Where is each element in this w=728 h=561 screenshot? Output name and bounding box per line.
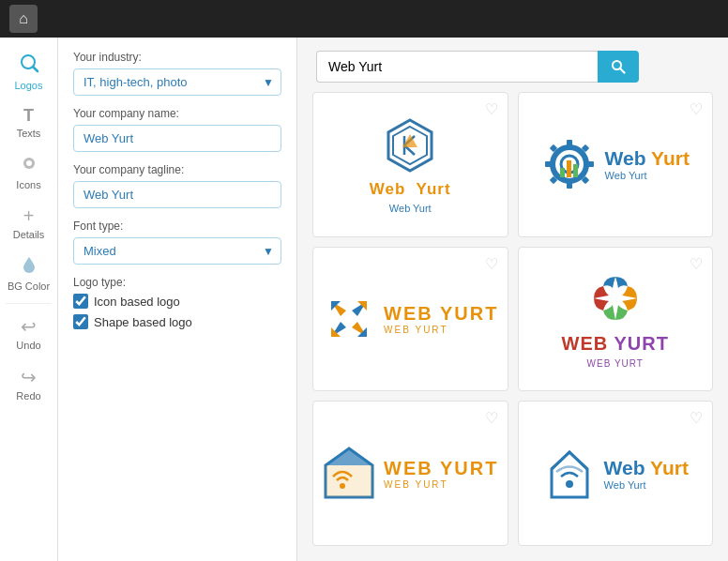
font-dropdown-wrap: Mixed Serif Sans-serif Script ▼ <box>73 237 281 265</box>
svg-rect-34 <box>326 465 372 497</box>
logo-3-text: WEB YURT WEB YURT <box>384 303 498 335</box>
logo-5-sub: WEB YURT <box>384 479 498 490</box>
industry-select[interactable]: IT, high-tech, photo Food & Drink Fashio… <box>73 68 281 96</box>
texts-label: Texts <box>17 128 41 139</box>
svg-rect-14 <box>567 140 572 146</box>
industry-label: Your industry: <box>73 51 281 64</box>
details-label: Details <box>13 229 45 240</box>
logo-4-icon <box>586 269 645 327</box>
logo-3-icon <box>322 292 376 346</box>
left-nav: Logos T Texts Icons + Details <box>0 38 58 561</box>
favorite-icon-4[interactable]: ♡ <box>690 255 703 273</box>
search-icon <box>611 59 626 74</box>
bgcolor-icon <box>20 255 38 279</box>
logo-5-text: WEB YURT WEB YURT <box>384 458 498 490</box>
company-name-field: Your company name: <box>73 107 281 152</box>
search-bar <box>297 38 728 92</box>
svg-line-1 <box>33 67 38 71</box>
logos-label: Logos <box>15 80 43 91</box>
svg-rect-23 <box>567 160 571 177</box>
nav-divider <box>6 303 52 304</box>
industry-field: Your industry: IT, high-tech, photo Food… <box>73 51 281 96</box>
icons-label: Icons <box>16 179 40 190</box>
nav-item-texts[interactable]: T Texts <box>0 99 57 146</box>
logos-icon <box>19 53 39 78</box>
logo-6-text: Web Yurt Web Yurt <box>604 457 689 491</box>
shape-based-label[interactable]: Shape based logo <box>94 315 192 329</box>
logo-2-content: Web Yurt Web Yurt <box>541 136 690 192</box>
logo-1-content: Web Yurt Web Yurt <box>370 115 451 214</box>
logo-3-main: WEB YURT <box>384 303 498 325</box>
sidebar-panel: Your industry: IT, high-tech, photo Food… <box>58 38 297 561</box>
svg-marker-35 <box>326 448 372 465</box>
favorite-icon-3[interactable]: ♡ <box>485 255 498 273</box>
logo-3-content: WEB YURT WEB YURT <box>322 292 498 346</box>
svg-line-5 <box>620 68 625 73</box>
undo-label: Undo <box>16 340 40 351</box>
icon-based-row: Icon based logo <box>73 294 281 309</box>
tagline-input[interactable] <box>73 181 281 208</box>
nav-item-details[interactable]: + Details <box>0 198 57 248</box>
home-button[interactable]: ⌂ <box>9 5 38 33</box>
logo-3-wrap: WEB YURT WEB YURT <box>322 292 498 346</box>
main-layout: Logos T Texts Icons + Details <box>0 38 728 561</box>
font-label: Font type: <box>73 220 281 233</box>
shape-based-row: Shape based logo <box>73 314 281 329</box>
home-icon: ⌂ <box>19 10 28 27</box>
logo-5-main: WEB YURT <box>384 458 498 479</box>
logo-card-3[interactable]: ♡ <box>312 247 508 392</box>
icon-based-label[interactable]: Icon based logo <box>94 295 180 309</box>
nav-item-bgcolor[interactable]: BG Color <box>0 248 57 299</box>
logo-4-sub: WEB YURT <box>587 358 644 369</box>
logo-6-sub: Web Yurt <box>604 479 689 491</box>
bgcolor-label: BG Color <box>8 280 50 292</box>
font-select[interactable]: Mixed Serif Sans-serif Script <box>73 237 281 265</box>
logo-card-5[interactable]: ♡ <box>312 401 508 546</box>
logo-3-sub: WEB YURT <box>384 325 498 335</box>
nav-item-icons[interactable]: Icons <box>0 146 57 198</box>
logo-6-main: Web Yurt <box>604 457 689 479</box>
logo-card-4[interactable]: ♡ <box>518 247 714 392</box>
logo-type-label: Logo type: <box>73 276 281 289</box>
search-button[interactable] <box>598 51 639 83</box>
search-input[interactable] <box>316 51 598 83</box>
favorite-icon-1[interactable]: ♡ <box>485 100 498 118</box>
redo-icon: ↪ <box>21 366 37 388</box>
logo-card-1[interactable]: ♡ Web Yurt Web Yurt <box>312 92 508 237</box>
logo-5-icon <box>322 445 376 503</box>
favorite-icon-2[interactable]: ♡ <box>690 100 703 118</box>
svg-point-37 <box>566 480 573 488</box>
details-icon: + <box>23 205 35 227</box>
logo-5-wrap: WEB YURT WEB YURT <box>322 445 498 503</box>
icons-icon <box>20 154 38 177</box>
tagline-label: Your company tagline: <box>73 163 281 176</box>
logo-6-content: Web Yurt Web Yurt <box>542 445 689 503</box>
company-name-input[interactable] <box>73 125 281 152</box>
tagline-field: Your company tagline: <box>73 163 281 208</box>
shape-based-checkbox[interactable] <box>73 314 88 329</box>
logo-6-wrap: Web Yurt Web Yurt <box>542 445 689 503</box>
nav-item-undo[interactable]: ↩ Undo <box>0 308 57 358</box>
svg-rect-15 <box>567 182 572 189</box>
logo-card-6[interactable]: ♡ Web <box>518 401 714 546</box>
company-name-label: Your company name: <box>73 107 281 120</box>
nav-item-logos[interactable]: Logos <box>0 45 57 99</box>
logo-card-2[interactable]: ♡ <box>518 92 714 237</box>
logo-4-main: WEB YURT <box>562 333 669 355</box>
redo-label: Redo <box>16 390 40 402</box>
logo-2-text: Web Yurt Web Yurt <box>605 147 690 181</box>
nav-item-redo[interactable]: ↪ Redo <box>0 358 57 409</box>
content-area: ♡ Web Yurt Web Yurt <box>297 38 728 561</box>
svg-rect-17 <box>587 161 594 167</box>
favorite-icon-5[interactable]: ♡ <box>485 409 498 427</box>
favorite-icon-6[interactable]: ♡ <box>690 409 703 427</box>
logo-1-main-text: Web Yurt <box>370 180 451 199</box>
svg-rect-16 <box>545 161 552 167</box>
font-field: Font type: Mixed Serif Sans-serif Script… <box>73 220 281 265</box>
logo-1-icon <box>380 115 441 176</box>
icon-based-checkbox[interactable] <box>73 294 88 309</box>
logo-6-icon <box>542 445 597 503</box>
undo-icon: ↩ <box>21 315 37 338</box>
logo-1-sub-text: Web Yurt <box>389 203 432 214</box>
logo-4-content: WEB YURT WEB YURT <box>562 269 669 369</box>
